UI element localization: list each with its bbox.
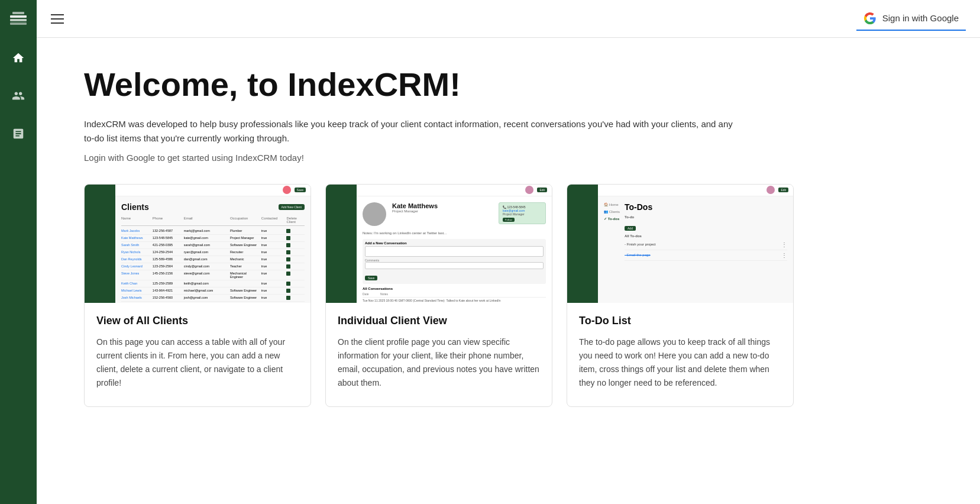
- header: Sign in with Google: [37, 0, 980, 38]
- feature-cards: Save Clients Add New Client NamePhoneEma…: [84, 184, 794, 407]
- card-todos-body: To-Do List The to-do page allows you to …: [567, 303, 793, 406]
- page-title: Welcome, to IndexCRM!: [84, 66, 933, 103]
- card-clients-view: Save Clients Add New Client NamePhoneEma…: [84, 184, 311, 407]
- hamburger-menu[interactable]: [51, 14, 64, 24]
- card-clients-desc: On this page you can access a table with…: [96, 335, 299, 390]
- card-todos: Edit 🏠 Home 👥 Clients ✓ To-dos To-Dos: [567, 184, 794, 407]
- card-todos-title: To-Do List: [579, 315, 781, 327]
- svg-rect-2: [10, 22, 27, 25]
- sidebar-item-clients[interactable]: [8, 85, 29, 106]
- content-area: Welcome, to IndexCRM! IndexCRM was devel…: [37, 38, 980, 504]
- card-clients-body: View of All Clients On this page you can…: [85, 303, 311, 406]
- card-individual-body: Individual Client View On the client pro…: [326, 303, 552, 406]
- header-left: [51, 14, 64, 24]
- sidebar: [0, 0, 37, 504]
- card-individual-desc: On the client profile page you can view …: [338, 335, 540, 390]
- card-todos-desc: The to-do page allows you to keep track …: [579, 335, 781, 390]
- main-area: Sign in with Google Welcome, to IndexCRM…: [37, 0, 980, 504]
- sign-in-button[interactable]: Sign in with Google: [856, 7, 966, 31]
- sign-in-label: Sign in with Google: [882, 13, 959, 23]
- sidebar-item-todos[interactable]: [8, 123, 29, 144]
- sidebar-item-home[interactable]: [8, 47, 29, 69]
- google-icon: [863, 12, 876, 25]
- card-individual-title: Individual Client View: [338, 315, 540, 327]
- card-individual-client: Edit Kate Matthews Project Manager 📞: [325, 184, 552, 407]
- screenshot-todos: Edit 🏠 Home 👥 Clients ✓ To-dos To-Dos: [567, 185, 793, 303]
- app-logo: [8, 9, 29, 31]
- svg-rect-0: [10, 15, 27, 18]
- screenshot-clients: Save Clients Add New Client NamePhoneEma…: [85, 185, 311, 303]
- login-prompt: Login with Google to get started using I…: [84, 153, 933, 163]
- welcome-description: IndexCRM was developed to help busy prof…: [84, 117, 735, 146]
- screenshot-individual: Edit Kate Matthews Project Manager 📞: [326, 185, 552, 303]
- svg-rect-3: [12, 12, 24, 14]
- svg-rect-1: [10, 19, 27, 21]
- card-clients-title: View of All Clients: [96, 315, 299, 327]
